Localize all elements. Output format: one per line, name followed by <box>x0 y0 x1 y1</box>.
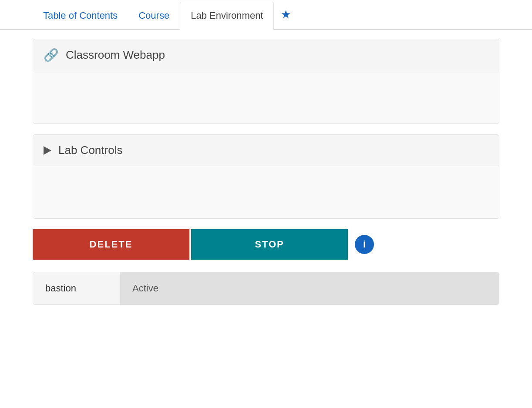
main-content: 🔗 Classroom Webapp Lab Controls DELETE S… <box>0 30 532 314</box>
tab-bar: Table of Contents Course Lab Environment… <box>0 0 532 30</box>
tab-table-of-contents[interactable]: Table of Contents <box>33 2 128 29</box>
classroom-webapp-title: Classroom Webapp <box>66 48 165 62</box>
lab-controls-card: Lab Controls <box>33 134 499 219</box>
classroom-webapp-card: 🔗 Classroom Webapp <box>33 39 499 124</box>
lab-controls-body <box>33 166 499 218</box>
bastion-row: bastion Active <box>33 272 499 305</box>
tab-course[interactable]: Course <box>128 2 180 29</box>
bastion-label: bastion <box>33 272 120 304</box>
lab-controls-title: Lab Controls <box>58 144 122 157</box>
info-button[interactable]: i <box>355 235 374 254</box>
triangle-icon <box>44 146 51 155</box>
bastion-status: Active <box>120 272 499 304</box>
action-buttons: DELETE STOP i <box>33 229 499 260</box>
classroom-webapp-header[interactable]: 🔗 Classroom Webapp <box>33 39 499 71</box>
lab-controls-header[interactable]: Lab Controls <box>33 135 499 166</box>
link-icon: 🔗 <box>44 48 59 62</box>
star-icon[interactable]: ★ <box>274 0 298 29</box>
classroom-webapp-body <box>33 71 499 124</box>
stop-button[interactable]: STOP <box>191 229 348 260</box>
tab-lab-environment[interactable]: Lab Environment <box>180 2 274 30</box>
delete-button[interactable]: DELETE <box>33 229 189 260</box>
